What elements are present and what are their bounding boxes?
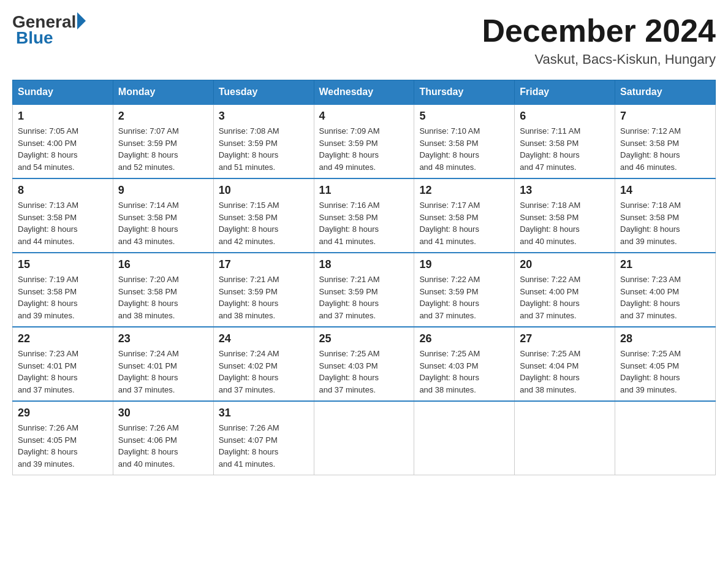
day-number: 25 xyxy=(319,332,409,345)
day-info: Sunrise: 7:21 AM Sunset: 3:59 PM Dayligh… xyxy=(219,274,309,321)
calendar-cell: 4Sunrise: 7:09 AM Sunset: 3:59 PM Daylig… xyxy=(314,104,414,178)
day-number: 5 xyxy=(419,110,509,123)
day-number: 22 xyxy=(18,332,108,345)
day-number: 9 xyxy=(118,184,208,197)
day-number: 26 xyxy=(419,332,509,345)
day-info: Sunrise: 7:08 AM Sunset: 3:59 PM Dayligh… xyxy=(219,125,309,173)
day-info: Sunrise: 7:09 AM Sunset: 3:59 PM Dayligh… xyxy=(319,125,409,173)
calendar-table: SundayMondayTuesdayWednesdayThursdayFrid… xyxy=(12,80,716,475)
calendar-cell: 13Sunrise: 7:18 AM Sunset: 3:58 PM Dayli… xyxy=(515,178,615,253)
calendar-cell: 9Sunrise: 7:14 AM Sunset: 3:58 PM Daylig… xyxy=(113,178,213,253)
day-number: 23 xyxy=(118,332,208,345)
day-info: Sunrise: 7:13 AM Sunset: 3:58 PM Dayligh… xyxy=(18,199,108,247)
calendar-week-row: 29Sunrise: 7:26 AM Sunset: 4:05 PM Dayli… xyxy=(13,401,716,475)
calendar-cell: 19Sunrise: 7:22 AM Sunset: 3:59 PM Dayli… xyxy=(414,253,515,327)
calendar-cell: 24Sunrise: 7:24 AM Sunset: 4:02 PM Dayli… xyxy=(213,327,314,401)
calendar-body: 1Sunrise: 7:05 AM Sunset: 4:00 PM Daylig… xyxy=(13,104,716,475)
page-header: General Blue December 2024 Vaskut, Bacs-… xyxy=(12,12,716,67)
day-number: 11 xyxy=(319,184,409,197)
calendar-cell: 15Sunrise: 7:19 AM Sunset: 3:58 PM Dayli… xyxy=(13,253,113,327)
month-title: December 2024 xyxy=(482,12,716,49)
day-number: 12 xyxy=(419,184,509,197)
calendar-cell xyxy=(515,401,615,475)
calendar-header-thursday: Thursday xyxy=(414,80,515,105)
day-info: Sunrise: 7:26 AM Sunset: 4:06 PM Dayligh… xyxy=(118,422,208,470)
day-info: Sunrise: 7:05 AM Sunset: 4:00 PM Dayligh… xyxy=(18,125,108,173)
day-info: Sunrise: 7:14 AM Sunset: 3:58 PM Dayligh… xyxy=(118,199,208,247)
day-info: Sunrise: 7:07 AM Sunset: 3:59 PM Dayligh… xyxy=(118,125,208,173)
calendar-cell: 28Sunrise: 7:25 AM Sunset: 4:05 PM Dayli… xyxy=(615,327,716,401)
day-info: Sunrise: 7:19 AM Sunset: 3:58 PM Dayligh… xyxy=(18,274,108,321)
day-info: Sunrise: 7:23 AM Sunset: 4:00 PM Dayligh… xyxy=(620,274,710,321)
calendar-cell: 2Sunrise: 7:07 AM Sunset: 3:59 PM Daylig… xyxy=(113,104,213,178)
location-subtitle: Vaskut, Bacs-Kiskun, Hungary xyxy=(482,52,716,67)
day-info: Sunrise: 7:22 AM Sunset: 4:00 PM Dayligh… xyxy=(520,274,610,321)
logo-triangle-icon xyxy=(77,12,86,29)
calendar-cell: 14Sunrise: 7:18 AM Sunset: 3:58 PM Dayli… xyxy=(615,178,716,253)
calendar-cell: 22Sunrise: 7:23 AM Sunset: 4:01 PM Dayli… xyxy=(13,327,113,401)
calendar-cell: 20Sunrise: 7:22 AM Sunset: 4:00 PM Dayli… xyxy=(515,253,615,327)
day-info: Sunrise: 7:24 AM Sunset: 4:02 PM Dayligh… xyxy=(219,348,309,396)
calendar-cell: 8Sunrise: 7:13 AM Sunset: 3:58 PM Daylig… xyxy=(13,178,113,253)
day-info: Sunrise: 7:17 AM Sunset: 3:58 PM Dayligh… xyxy=(419,199,509,247)
calendar-cell: 21Sunrise: 7:23 AM Sunset: 4:00 PM Dayli… xyxy=(615,253,716,327)
day-number: 3 xyxy=(219,110,309,123)
calendar-week-row: 1Sunrise: 7:05 AM Sunset: 4:00 PM Daylig… xyxy=(13,104,716,178)
day-info: Sunrise: 7:25 AM Sunset: 4:05 PM Dayligh… xyxy=(620,348,710,396)
day-info: Sunrise: 7:11 AM Sunset: 3:58 PM Dayligh… xyxy=(520,125,610,173)
calendar-cell xyxy=(314,401,414,475)
calendar-cell: 3Sunrise: 7:08 AM Sunset: 3:59 PM Daylig… xyxy=(213,104,314,178)
day-info: Sunrise: 7:16 AM Sunset: 3:58 PM Dayligh… xyxy=(319,199,409,247)
logo-blue-text: Blue xyxy=(16,28,53,48)
day-number: 1 xyxy=(18,110,108,123)
day-info: Sunrise: 7:23 AM Sunset: 4:01 PM Dayligh… xyxy=(18,348,108,396)
day-info: Sunrise: 7:18 AM Sunset: 3:58 PM Dayligh… xyxy=(620,199,710,247)
day-info: Sunrise: 7:21 AM Sunset: 3:59 PM Dayligh… xyxy=(319,274,409,321)
calendar-cell: 26Sunrise: 7:25 AM Sunset: 4:03 PM Dayli… xyxy=(414,327,515,401)
day-number: 7 xyxy=(620,110,710,123)
calendar-cell: 29Sunrise: 7:26 AM Sunset: 4:05 PM Dayli… xyxy=(13,401,113,475)
day-number: 13 xyxy=(520,184,610,197)
day-info: Sunrise: 7:25 AM Sunset: 4:04 PM Dayligh… xyxy=(520,348,610,396)
day-number: 21 xyxy=(620,258,710,271)
day-number: 19 xyxy=(419,258,509,271)
calendar-cell: 18Sunrise: 7:21 AM Sunset: 3:59 PM Dayli… xyxy=(314,253,414,327)
calendar-week-row: 8Sunrise: 7:13 AM Sunset: 3:58 PM Daylig… xyxy=(13,178,716,253)
day-info: Sunrise: 7:24 AM Sunset: 4:01 PM Dayligh… xyxy=(118,348,208,396)
day-number: 27 xyxy=(520,332,610,345)
day-number: 10 xyxy=(219,184,309,197)
calendar-cell: 31Sunrise: 7:26 AM Sunset: 4:07 PM Dayli… xyxy=(213,401,314,475)
calendar-cell: 1Sunrise: 7:05 AM Sunset: 4:00 PM Daylig… xyxy=(13,104,113,178)
calendar-week-row: 22Sunrise: 7:23 AM Sunset: 4:01 PM Dayli… xyxy=(13,327,716,401)
day-info: Sunrise: 7:25 AM Sunset: 4:03 PM Dayligh… xyxy=(419,348,509,396)
calendar-cell: 10Sunrise: 7:15 AM Sunset: 3:58 PM Dayli… xyxy=(213,178,314,253)
day-info: Sunrise: 7:12 AM Sunset: 3:58 PM Dayligh… xyxy=(620,125,710,173)
calendar-cell xyxy=(414,401,515,475)
calendar-week-row: 15Sunrise: 7:19 AM Sunset: 3:58 PM Dayli… xyxy=(13,253,716,327)
day-number: 28 xyxy=(620,332,710,345)
day-number: 4 xyxy=(319,110,409,123)
day-number: 15 xyxy=(18,258,108,271)
title-section: December 2024 Vaskut, Bacs-Kiskun, Hunga… xyxy=(482,12,716,67)
day-number: 6 xyxy=(520,110,610,123)
calendar-header-saturday: Saturday xyxy=(615,80,716,105)
day-number: 29 xyxy=(18,407,108,419)
calendar-cell: 16Sunrise: 7:20 AM Sunset: 3:58 PM Dayli… xyxy=(113,253,213,327)
day-info: Sunrise: 7:26 AM Sunset: 4:05 PM Dayligh… xyxy=(18,422,108,470)
day-number: 18 xyxy=(319,258,409,271)
day-number: 2 xyxy=(118,110,208,123)
day-number: 30 xyxy=(118,407,208,419)
day-number: 17 xyxy=(219,258,309,271)
calendar-header-monday: Monday xyxy=(113,80,213,105)
calendar-header-row: SundayMondayTuesdayWednesdayThursdayFrid… xyxy=(13,80,716,105)
calendar-cell: 11Sunrise: 7:16 AM Sunset: 3:58 PM Dayli… xyxy=(314,178,414,253)
calendar-cell: 17Sunrise: 7:21 AM Sunset: 3:59 PM Dayli… xyxy=(213,253,314,327)
logo: General Blue xyxy=(12,12,86,48)
day-number: 8 xyxy=(18,184,108,197)
calendar-header-friday: Friday xyxy=(515,80,615,105)
day-info: Sunrise: 7:10 AM Sunset: 3:58 PM Dayligh… xyxy=(419,125,509,173)
day-info: Sunrise: 7:20 AM Sunset: 3:58 PM Dayligh… xyxy=(118,274,208,321)
calendar-header-wednesday: Wednesday xyxy=(314,80,414,105)
calendar-cell: 27Sunrise: 7:25 AM Sunset: 4:04 PM Dayli… xyxy=(515,327,615,401)
calendar-cell: 6Sunrise: 7:11 AM Sunset: 3:58 PM Daylig… xyxy=(515,104,615,178)
